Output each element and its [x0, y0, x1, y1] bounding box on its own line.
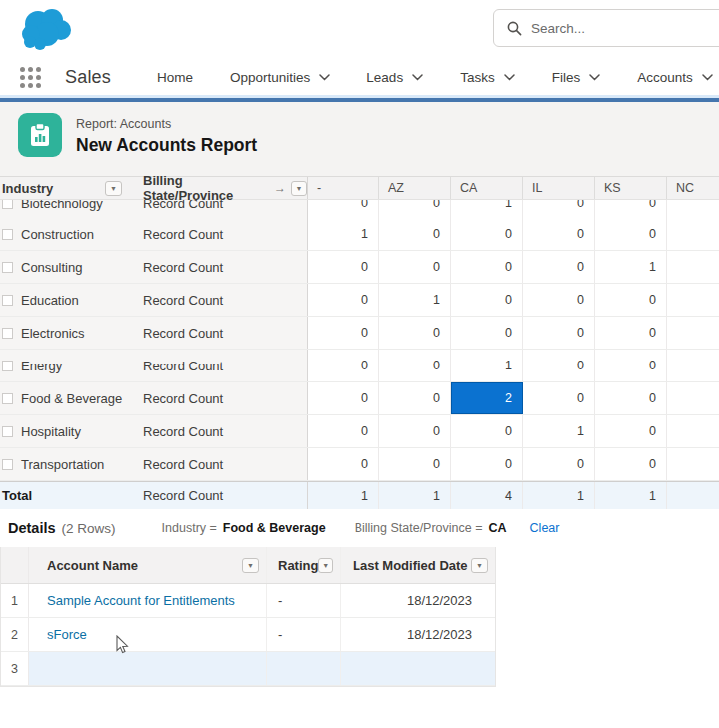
value-cell[interactable]: 0 — [379, 218, 451, 250]
value-cell[interactable]: 0 — [379, 200, 451, 218]
app-launcher-icon[interactable] — [20, 67, 41, 88]
value-cell[interactable]: 0 — [451, 317, 523, 349]
value-cell[interactable]: 0 — [523, 448, 595, 480]
value-cell[interactable]: 0 — [667, 350, 719, 381]
value-cell[interactable]: 1 — [451, 200, 523, 218]
value-cell[interactable]: 0 — [308, 200, 379, 218]
value-cell[interactable]: 1 — [308, 482, 379, 509]
value-cell[interactable]: 0 — [308, 415, 379, 447]
value-cell[interactable]: 1 — [595, 482, 667, 509]
value-cell[interactable]: 1 — [308, 218, 379, 250]
last-modified-header[interactable]: Last Modified Date ▼ — [341, 547, 495, 583]
value-cell[interactable]: 0 — [667, 251, 719, 283]
row-checkbox[interactable] — [2, 361, 13, 371]
value-cell[interactable]: 4 — [451, 482, 523, 509]
value-cell[interactable]: 1 — [379, 482, 451, 509]
nav-item-accounts[interactable]: Accounts — [637, 70, 713, 85]
pivot-col-header--[interactable]: - — [308, 177, 379, 199]
nav-item-leads[interactable]: Leads — [366, 70, 423, 85]
pivot-col-header-AZ[interactable]: AZ — [379, 177, 451, 199]
value-cell[interactable]: 0 — [595, 350, 667, 381]
row-checkbox[interactable] — [2, 393, 13, 404]
pivot-col-header-IL[interactable]: IL — [523, 177, 595, 199]
pivot-col-header-KS[interactable]: KS — [595, 177, 667, 199]
value-cell[interactable]: 0 — [308, 317, 379, 349]
global-search-box[interactable]: Search... — [493, 9, 719, 47]
value-cell[interactable]: 0 — [523, 317, 595, 349]
row-checkbox[interactable] — [2, 426, 13, 437]
value-cell[interactable]: 1 — [451, 350, 523, 381]
account-name-header[interactable]: Account Name ▼ — [29, 547, 267, 583]
nav-item-home[interactable]: Home — [157, 70, 193, 85]
row-checkbox[interactable] — [2, 200, 13, 209]
value-cell[interactable]: 0 — [595, 382, 667, 414]
row-checkbox[interactable] — [2, 328, 13, 339]
value-cell[interactable]: 0 — [595, 284, 667, 316]
rating-header[interactable]: Rating ▼ — [267, 547, 341, 583]
account-link[interactable]: Sample Account for Entitlements — [47, 593, 235, 608]
value-cell[interactable]: 0 — [667, 448, 719, 480]
value-cell[interactable]: 0 — [451, 284, 523, 316]
industry-label: Transportation — [21, 457, 104, 472]
value-cell[interactable]: 0 — [379, 350, 451, 381]
value-cell[interactable]: 0 — [523, 251, 595, 283]
account-name-dropdown-icon[interactable]: ▼ — [242, 558, 259, 573]
value-cell[interactable]: 0 — [308, 284, 379, 316]
value-cell[interactable]: 0 — [595, 218, 667, 250]
value-cell[interactable]: 0 — [451, 415, 523, 447]
value-cell[interactable]: 0 — [523, 382, 595, 414]
industry-filter-dropdown-icon[interactable]: ▼ — [105, 181, 122, 196]
value-cell[interactable]: 0 — [595, 415, 667, 447]
value-cell[interactable]: 1 — [379, 284, 451, 316]
last-modified-dropdown-icon[interactable]: ▼ — [471, 558, 488, 573]
value-cell[interactable]: 0 — [595, 200, 667, 218]
value-cell[interactable]: 0 — [451, 251, 523, 283]
row-checkbox[interactable] — [2, 229, 13, 240]
value-cell[interactable]: 2 — [451, 382, 523, 414]
rating-dropdown-icon[interactable]: ▼ — [318, 558, 333, 573]
nav-item-tasks[interactable]: Tasks — [460, 70, 515, 85]
value-cell[interactable]: 0 — [523, 200, 595, 218]
value-cell[interactable]: 1 — [667, 482, 719, 509]
industry-cell: Consulting — [0, 251, 130, 283]
value-cell[interactable]: 0 — [523, 284, 595, 316]
value-cell[interactable]: 0 — [595, 317, 667, 349]
pivot-col-grouping-header[interactable]: Billing State/Province → ▼ — [130, 177, 307, 199]
row-checkbox[interactable] — [2, 262, 13, 273]
value-cell[interactable]: 0 — [451, 448, 523, 480]
pivot-col-header-NC[interactable]: NC — [667, 177, 719, 199]
value-cell[interactable]: 0 — [667, 382, 719, 414]
value-cell[interactable]: 0 — [308, 350, 379, 381]
value-cell[interactable]: 0 — [379, 448, 451, 480]
value-cell[interactable]: 0 — [308, 448, 379, 480]
value-cell[interactable]: 0 — [667, 415, 719, 447]
value-cell[interactable]: 0 — [379, 415, 451, 447]
value-cell[interactable]: 0 — [523, 350, 595, 381]
nav-item-files[interactable]: Files — [552, 70, 601, 85]
value-cell[interactable]: 1 — [523, 415, 595, 447]
row-checkbox[interactable] — [2, 459, 13, 470]
value-cell[interactable]: 0 — [308, 251, 379, 283]
value-cell[interactable]: 0 — [667, 284, 719, 316]
account-link[interactable]: sForce — [47, 627, 87, 642]
value-cell[interactable]: 1 — [595, 251, 667, 283]
value-cell[interactable]: 0 — [451, 218, 523, 250]
billing-state-filter-dropdown-icon[interactable]: ▼ — [291, 181, 307, 196]
row-checkbox[interactable] — [2, 295, 13, 306]
value-cell[interactable]: 1 — [523, 482, 595, 509]
value-cell[interactable]: 0 — [667, 200, 719, 218]
value-cell[interactable]: 0 — [595, 448, 667, 480]
value-cell[interactable]: 0 — [667, 317, 719, 349]
clear-filters-link[interactable]: Clear — [530, 521, 560, 535]
nav-item-opportunities[interactable]: Opportunities — [230, 70, 330, 85]
pivot-col-header-CA[interactable]: CA — [451, 177, 523, 199]
value-cell[interactable]: 0 — [379, 382, 451, 414]
value-cell[interactable]: 0 — [667, 218, 719, 250]
app-name[interactable]: Sales — [65, 67, 111, 88]
value-cell[interactable]: 0 — [308, 382, 379, 414]
value-cell[interactable]: 0 — [379, 317, 451, 349]
value-cell[interactable]: 0 — [379, 251, 451, 283]
industry-cell: Hospitality — [0, 415, 130, 447]
value-cell[interactable]: 0 — [523, 218, 595, 250]
pivot-row-grouping-header[interactable]: Industry ▼ — [0, 177, 130, 199]
